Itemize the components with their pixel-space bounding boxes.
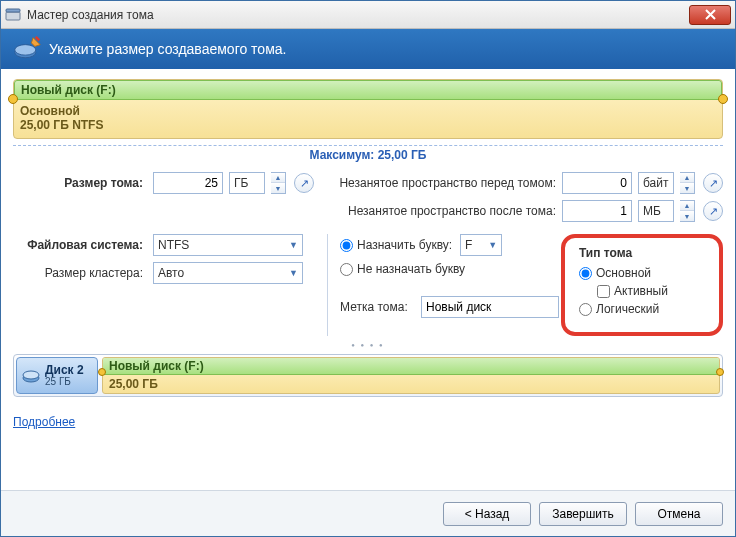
filesystem-select[interactable]: NTFS ▼ bbox=[153, 234, 303, 256]
unalloc-after-expand-button[interactable]: ↗ bbox=[703, 201, 723, 221]
unalloc-before-unit[interactable]: байт bbox=[638, 172, 674, 194]
svg-rect-0 bbox=[6, 12, 20, 20]
type-logical-label: Логический bbox=[596, 302, 659, 316]
volume-label-label: Метка тома: bbox=[340, 300, 415, 314]
filesystem-value: NTFS bbox=[158, 238, 189, 252]
resize-handle-left[interactable] bbox=[98, 368, 106, 376]
banner-disk-icon bbox=[13, 35, 41, 63]
volume-size-spinner[interactable]: ▲▼ bbox=[271, 172, 286, 194]
cluster-value: Авто bbox=[158, 266, 184, 280]
disk-icon bbox=[22, 369, 40, 383]
resize-handle-right[interactable] bbox=[718, 94, 728, 104]
disk-size: 25 ГБ bbox=[45, 376, 84, 388]
window-title: Мастер создания тома bbox=[27, 8, 154, 22]
volume-size-expand-button[interactable]: ↗ bbox=[294, 173, 314, 193]
back-button[interactable]: < Назад bbox=[443, 502, 531, 526]
type-primary-radio-input[interactable] bbox=[579, 267, 592, 280]
spinner-down-icon[interactable]: ▼ bbox=[271, 183, 285, 193]
unalloc-after-label: Незанятое пространство после тома: bbox=[348, 204, 556, 218]
footer: < Назад Завершить Отмена bbox=[1, 490, 735, 536]
unalloc-after-unit[interactable]: МБ bbox=[638, 200, 674, 222]
unalloc-after-spinner[interactable]: ▲▼ bbox=[680, 200, 695, 222]
type-active-label: Активный bbox=[614, 284, 668, 298]
svg-point-3 bbox=[15, 45, 36, 56]
partition-info: Основной 25,00 ГБ NTFS bbox=[14, 100, 722, 138]
type-primary-radio[interactable]: Основной bbox=[579, 266, 705, 280]
partition-name: Новый диск (F:) bbox=[14, 80, 722, 100]
cancel-button[interactable]: Отмена bbox=[635, 502, 723, 526]
cluster-select[interactable]: Авто ▼ bbox=[153, 262, 303, 284]
svg-point-7 bbox=[23, 371, 39, 379]
no-assign-label: Не назначать букву bbox=[357, 262, 465, 276]
partition-bar[interactable]: Новый диск (F:) Основной 25,00 ГБ NTFS bbox=[13, 79, 723, 139]
banner: Укажите размер создаваемого тома. bbox=[1, 29, 735, 69]
cluster-label: Размер кластера: bbox=[13, 266, 143, 280]
close-icon bbox=[705, 9, 716, 20]
disk-partition-name: Новый диск (F:) bbox=[103, 358, 719, 375]
spinner-up-icon[interactable]: ▲ bbox=[680, 173, 694, 183]
size-fields: Размер тома: ГБ ▲▼ ↗ Незанятое пространс… bbox=[13, 172, 723, 222]
assign-letter-radio-input[interactable] bbox=[340, 239, 353, 252]
disk-labels: Диск 2 25 ГБ bbox=[45, 364, 84, 388]
assign-letter-radio[interactable]: Назначить букву: F ▼ bbox=[340, 234, 547, 256]
unalloc-before-label: Незанятое пространство перед томом: bbox=[339, 176, 556, 190]
disk-partition[interactable]: Новый диск (F:) 25,00 ГБ bbox=[102, 357, 720, 394]
partition-size: 25,00 ГБ NTFS bbox=[20, 118, 716, 132]
svg-rect-1 bbox=[6, 9, 20, 12]
spinner-up-icon[interactable]: ▲ bbox=[271, 173, 285, 183]
type-active-check[interactable]: Активный bbox=[597, 284, 705, 298]
drive-letter-value: F bbox=[465, 238, 472, 252]
resize-handle-right[interactable] bbox=[716, 368, 724, 376]
finish-button[interactable]: Завершить bbox=[539, 502, 627, 526]
more-info-link[interactable]: Подробнее bbox=[13, 415, 723, 429]
content-area: Новый диск (F:) Основной 25,00 ГБ NTFS М… bbox=[1, 69, 735, 490]
volume-type-group: Тип тома Основной Активный Логический bbox=[561, 234, 723, 336]
chevron-down-icon: ▼ bbox=[289, 240, 298, 250]
unalloc-after-input[interactable] bbox=[562, 200, 632, 222]
drive-letter-select[interactable]: F ▼ bbox=[460, 234, 502, 256]
type-logical-radio-input[interactable] bbox=[579, 303, 592, 316]
disk-layout: Диск 2 25 ГБ Новый диск (F:) 25,00 ГБ bbox=[13, 354, 723, 397]
maximum-label: Максимум: 25,00 ГБ bbox=[13, 145, 723, 162]
close-button[interactable] bbox=[689, 5, 731, 25]
banner-text: Укажите размер создаваемого тома. bbox=[49, 41, 286, 57]
titlebar: Мастер создания тома bbox=[1, 1, 735, 29]
resize-handle-left[interactable] bbox=[8, 94, 18, 104]
unalloc-before-spinner[interactable]: ▲▼ bbox=[680, 172, 695, 194]
splitter[interactable]: ● ● ● ● bbox=[13, 342, 723, 348]
disk-tag[interactable]: Диск 2 25 ГБ bbox=[16, 357, 98, 394]
type-primary-label: Основной bbox=[596, 266, 651, 280]
filesystem-label: Файловая система: bbox=[13, 238, 143, 252]
volume-size-label: Размер тома: bbox=[13, 176, 143, 190]
disk-partition-size: 25,00 ГБ bbox=[103, 375, 719, 393]
disk-name: Диск 2 bbox=[45, 364, 84, 376]
spinner-down-icon[interactable]: ▼ bbox=[680, 183, 694, 193]
type-active-check-input[interactable] bbox=[597, 285, 610, 298]
no-assign-radio-input[interactable] bbox=[340, 263, 353, 276]
volume-type-title: Тип тома bbox=[579, 246, 705, 260]
chevron-down-icon: ▼ bbox=[488, 240, 497, 250]
volume-label-input[interactable] bbox=[421, 296, 559, 318]
spinner-up-icon[interactable]: ▲ bbox=[680, 201, 694, 211]
app-icon bbox=[5, 7, 21, 23]
type-logical-radio[interactable]: Логический bbox=[579, 302, 705, 316]
unalloc-before-input[interactable] bbox=[562, 172, 632, 194]
chevron-down-icon: ▼ bbox=[289, 268, 298, 278]
volume-size-unit[interactable]: ГБ bbox=[229, 172, 265, 194]
partition-type: Основной bbox=[20, 104, 716, 118]
no-assign-radio[interactable]: Не назначать букву bbox=[340, 262, 547, 276]
assign-letter-label: Назначить букву: bbox=[357, 238, 452, 252]
wizard-window: Мастер создания тома Укажите размер созд… bbox=[0, 0, 736, 537]
spinner-down-icon[interactable]: ▼ bbox=[680, 211, 694, 221]
volume-size-input[interactable] bbox=[153, 172, 223, 194]
options-grid: Файловая система: NTFS ▼ Размер кластера… bbox=[13, 234, 723, 336]
unalloc-before-expand-button[interactable]: ↗ bbox=[703, 173, 723, 193]
